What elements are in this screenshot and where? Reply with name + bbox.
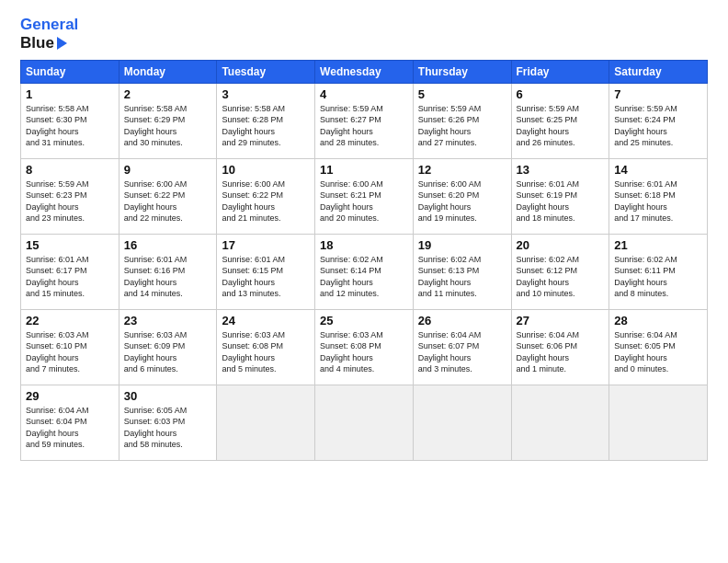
cell-info: Sunrise: 6:00 AMSunset: 6:22 PMDaylight …: [124, 179, 188, 224]
day-number: 7: [614, 87, 702, 101]
calendar-cell: [315, 385, 414, 460]
day-header-thursday: Thursday: [413, 60, 511, 83]
calendar-week-1: 1Sunrise: 5:58 AMSunset: 6:30 PMDaylight…: [21, 83, 708, 158]
cell-info: Sunrise: 5:58 AMSunset: 6:30 PMDaylight …: [26, 104, 89, 148]
cell-info: Sunrise: 6:02 AMSunset: 6:12 PMDaylight …: [517, 255, 580, 299]
calendar-cell: 3Sunrise: 5:58 AMSunset: 6:28 PMDaylight…: [217, 83, 315, 158]
cell-info: Sunrise: 6:00 AMSunset: 6:21 PMDaylight …: [320, 179, 383, 224]
cell-info: Sunrise: 6:02 AMSunset: 6:13 PMDaylight …: [418, 255, 482, 299]
day-header-sunday: Sunday: [21, 60, 119, 83]
cell-info: Sunrise: 6:03 AMSunset: 6:08 PMDaylight …: [222, 330, 285, 374]
calendar-cell: [413, 385, 511, 460]
cell-info: Sunrise: 5:59 AMSunset: 6:25 PMDaylight …: [517, 104, 580, 148]
calendar-cell: 27Sunrise: 6:04 AMSunset: 6:06 PMDayligh…: [511, 309, 609, 385]
cell-info: Sunrise: 6:01 AMSunset: 6:19 PMDaylight …: [517, 179, 580, 224]
calendar-cell: 26Sunrise: 6:04 AMSunset: 6:07 PMDayligh…: [413, 309, 511, 385]
calendar-cell: 24Sunrise: 6:03 AMSunset: 6:08 PMDayligh…: [217, 309, 315, 385]
cell-info: Sunrise: 6:05 AMSunset: 6:03 PMDaylight …: [124, 406, 188, 450]
calendar-cell: 11Sunrise: 6:00 AMSunset: 6:21 PMDayligh…: [315, 158, 414, 234]
day-number: 4: [320, 87, 408, 101]
calendar-cell: 28Sunrise: 6:04 AMSunset: 6:05 PMDayligh…: [609, 309, 708, 385]
day-number: 30: [124, 389, 212, 403]
day-header-wednesday: Wednesday: [315, 60, 414, 83]
day-number: 25: [320, 314, 408, 327]
day-number: 26: [418, 314, 506, 327]
cell-info: Sunrise: 5:58 AMSunset: 6:28 PMDaylight …: [222, 104, 285, 148]
logo-arrow-icon: [57, 37, 67, 50]
day-number: 15: [26, 238, 114, 252]
calendar-cell: [217, 385, 315, 460]
logo: General Blue: [20, 17, 78, 52]
day-number: 19: [418, 238, 506, 252]
cell-info: Sunrise: 5:59 AMSunset: 6:24 PMDaylight …: [614, 104, 677, 148]
day-number: 28: [614, 314, 702, 327]
cell-info: Sunrise: 6:04 AMSunset: 6:07 PMDaylight …: [418, 330, 482, 374]
cell-info: Sunrise: 6:04 AMSunset: 6:06 PMDaylight …: [517, 330, 580, 374]
day-header-saturday: Saturday: [609, 60, 708, 83]
day-number: 12: [418, 163, 506, 177]
day-number: 16: [124, 238, 212, 252]
calendar-cell: 17Sunrise: 6:01 AMSunset: 6:15 PMDayligh…: [217, 234, 315, 309]
calendar-cell: [609, 385, 708, 460]
calendar-week-4: 22Sunrise: 6:03 AMSunset: 6:10 PMDayligh…: [21, 309, 708, 385]
calendar-cell: 20Sunrise: 6:02 AMSunset: 6:12 PMDayligh…: [511, 234, 609, 309]
calendar-cell: 29Sunrise: 6:04 AMSunset: 6:04 PMDayligh…: [21, 385, 119, 460]
logo-general: General: [20, 16, 78, 33]
calendar-cell: 4Sunrise: 5:59 AMSunset: 6:27 PMDaylight…: [315, 83, 414, 158]
calendar-cell: 7Sunrise: 5:59 AMSunset: 6:24 PMDaylight…: [609, 83, 708, 158]
calendar-cell: 21Sunrise: 6:02 AMSunset: 6:11 PMDayligh…: [609, 234, 708, 309]
calendar-week-3: 15Sunrise: 6:01 AMSunset: 6:17 PMDayligh…: [21, 234, 708, 309]
calendar-cell: 30Sunrise: 6:05 AMSunset: 6:03 PMDayligh…: [119, 385, 217, 460]
calendar-cell: 22Sunrise: 6:03 AMSunset: 6:10 PMDayligh…: [21, 309, 119, 385]
day-number: 6: [517, 87, 605, 101]
calendar-cell: 23Sunrise: 6:03 AMSunset: 6:09 PMDayligh…: [119, 309, 217, 385]
calendar-cell: 16Sunrise: 6:01 AMSunset: 6:16 PMDayligh…: [119, 234, 217, 309]
calendar-cell: 19Sunrise: 6:02 AMSunset: 6:13 PMDayligh…: [413, 234, 511, 309]
calendar-cell: 25Sunrise: 6:03 AMSunset: 6:08 PMDayligh…: [315, 309, 414, 385]
calendar-table: SundayMondayTuesdayWednesdayThursdayFrid…: [20, 60, 708, 461]
calendar-cell: 18Sunrise: 6:02 AMSunset: 6:14 PMDayligh…: [315, 234, 414, 309]
cell-info: Sunrise: 5:59 AMSunset: 6:26 PMDaylight …: [418, 104, 482, 148]
cell-info: Sunrise: 6:04 AMSunset: 6:05 PMDaylight …: [614, 330, 677, 374]
day-number: 1: [26, 87, 114, 101]
calendar-cell: 9Sunrise: 6:00 AMSunset: 6:22 PMDaylight…: [119, 158, 217, 234]
cell-info: Sunrise: 5:59 AMSunset: 6:27 PMDaylight …: [320, 104, 383, 148]
calendar-cell: 1Sunrise: 5:58 AMSunset: 6:30 PMDaylight…: [21, 83, 119, 158]
calendar-cell: 5Sunrise: 5:59 AMSunset: 6:26 PMDaylight…: [413, 83, 511, 158]
calendar-cell: 12Sunrise: 6:00 AMSunset: 6:20 PMDayligh…: [413, 158, 511, 234]
cell-info: Sunrise: 6:03 AMSunset: 6:10 PMDaylight …: [26, 330, 89, 374]
calendar-week-5: 29Sunrise: 6:04 AMSunset: 6:04 PMDayligh…: [21, 385, 708, 460]
calendar-cell: 13Sunrise: 6:01 AMSunset: 6:19 PMDayligh…: [511, 158, 609, 234]
calendar-week-2: 8Sunrise: 5:59 AMSunset: 6:23 PMDaylight…: [21, 158, 708, 234]
day-number: 18: [320, 238, 408, 252]
cell-info: Sunrise: 6:03 AMSunset: 6:09 PMDaylight …: [124, 330, 188, 374]
cell-info: Sunrise: 6:02 AMSunset: 6:14 PMDaylight …: [320, 255, 383, 299]
calendar-cell: 15Sunrise: 6:01 AMSunset: 6:17 PMDayligh…: [21, 234, 119, 309]
day-number: 10: [222, 163, 310, 177]
day-number: 14: [614, 163, 702, 177]
day-number: 9: [124, 163, 212, 177]
cell-info: Sunrise: 6:01 AMSunset: 6:17 PMDaylight …: [26, 255, 89, 299]
day-number: 20: [517, 238, 605, 252]
cell-info: Sunrise: 6:00 AMSunset: 6:20 PMDaylight …: [418, 179, 482, 224]
cell-info: Sunrise: 6:00 AMSunset: 6:22 PMDaylight …: [222, 179, 285, 224]
day-number: 24: [222, 314, 310, 327]
day-number: 23: [124, 314, 212, 327]
calendar-cell: 6Sunrise: 5:59 AMSunset: 6:25 PMDaylight…: [511, 83, 609, 158]
day-header-tuesday: Tuesday: [217, 60, 315, 83]
day-number: 8: [26, 163, 114, 177]
cell-info: Sunrise: 6:01 AMSunset: 6:16 PMDaylight …: [124, 255, 188, 299]
day-number: 2: [124, 87, 212, 101]
cell-info: Sunrise: 6:01 AMSunset: 6:18 PMDaylight …: [614, 179, 677, 224]
calendar-cell: 8Sunrise: 5:59 AMSunset: 6:23 PMDaylight…: [21, 158, 119, 234]
cell-info: Sunrise: 5:59 AMSunset: 6:23 PMDaylight …: [26, 179, 89, 224]
page-header: General Blue: [20, 17, 708, 52]
logo-blue: Blue: [20, 34, 54, 52]
day-number: 27: [517, 314, 605, 327]
cell-info: Sunrise: 6:01 AMSunset: 6:15 PMDaylight …: [222, 255, 285, 299]
calendar-header-row: SundayMondayTuesdayWednesdayThursdayFrid…: [21, 60, 708, 83]
day-number: 29: [26, 389, 114, 403]
day-header-friday: Friday: [511, 60, 609, 83]
cell-info: Sunrise: 5:58 AMSunset: 6:29 PMDaylight …: [124, 104, 188, 148]
calendar-cell: 14Sunrise: 6:01 AMSunset: 6:18 PMDayligh…: [609, 158, 708, 234]
